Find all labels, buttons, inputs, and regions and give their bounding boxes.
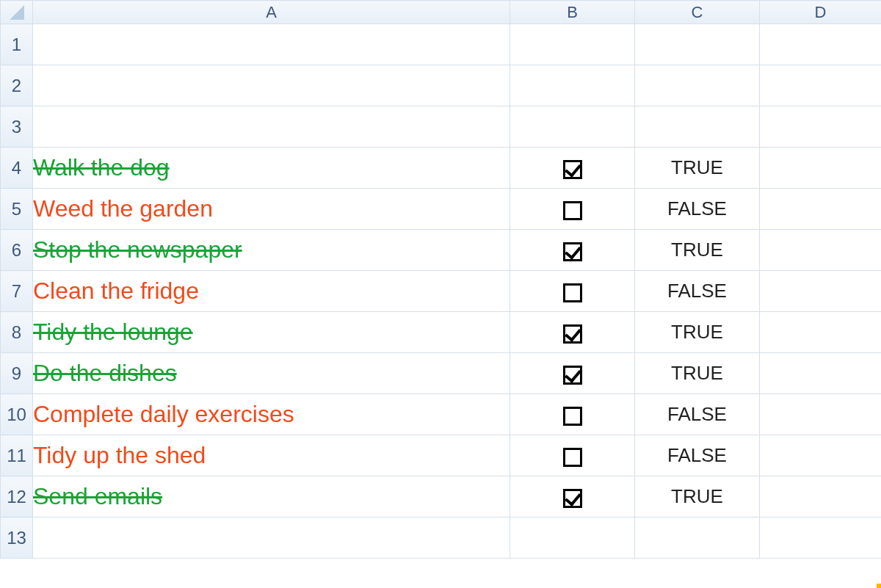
cell-A1[interactable] (33, 24, 510, 65)
task-checkbox[interactable] (563, 283, 582, 302)
row-header-3[interactable]: 3 (1, 106, 33, 148)
cell-D1[interactable] (760, 24, 882, 65)
svg-marker-0 (10, 5, 24, 20)
cell-C12[interactable]: TRUE (635, 476, 760, 518)
cell-B7[interactable] (510, 271, 635, 312)
row-10: 10Complete daily exercisesFALSE (1, 394, 882, 435)
cell-D13[interactable] (760, 518, 882, 559)
row-3: 3 (1, 106, 882, 148)
cell-C6[interactable]: TRUE (635, 230, 760, 271)
spreadsheet-grid[interactable]: ABCD1234Walk the dogTRUE5Weed the garden… (0, 0, 881, 559)
cell-B5[interactable] (510, 189, 635, 230)
cell-D5[interactable] (760, 189, 882, 230)
row-header-8[interactable]: 8 (1, 312, 33, 353)
linked-cell-value: FALSE (667, 403, 727, 425)
cell-A9[interactable]: Do the dishes (33, 353, 510, 394)
task-checkbox[interactable] (563, 407, 582, 426)
cell-D2[interactable] (760, 65, 882, 106)
row-header-4[interactable]: 4 (1, 148, 33, 189)
linked-cell-value: FALSE (667, 280, 727, 302)
cell-A12[interactable]: Send emails (33, 476, 510, 518)
cell-B11[interactable] (510, 435, 635, 476)
cell-C5[interactable]: FALSE (635, 189, 760, 230)
row-header-11[interactable]: 11 (1, 435, 33, 476)
task-checkbox[interactable] (563, 366, 582, 385)
cell-D3[interactable] (760, 106, 882, 148)
row-header-6[interactable]: 6 (1, 230, 33, 271)
row-header-12[interactable]: 12 (1, 476, 33, 518)
cell-A8[interactable]: Tidy the lounge (33, 312, 510, 353)
cell-C10[interactable]: FALSE (635, 394, 760, 435)
linked-cell-value: TRUE (671, 485, 723, 507)
row-header-7[interactable]: 7 (1, 271, 33, 312)
cell-D6[interactable] (760, 230, 882, 271)
cell-C4[interactable]: TRUE (635, 148, 760, 189)
cell-D9[interactable] (760, 353, 882, 394)
task-checkbox[interactable] (563, 201, 582, 220)
cell-A5[interactable]: Weed the garden (33, 189, 510, 230)
cell-A4[interactable]: Walk the dog (33, 148, 510, 189)
row-2: 2 (1, 65, 882, 106)
task-checkbox[interactable] (563, 324, 582, 344)
cell-B1[interactable] (510, 24, 635, 65)
row-6: 6Stop the newspaperTRUE (1, 230, 882, 271)
task-text: Tidy the lounge (33, 319, 193, 345)
task-checkbox[interactable] (563, 489, 582, 508)
column-header-A[interactable]: A (33, 1, 510, 24)
cell-B9[interactable] (510, 353, 635, 394)
row-header-13[interactable]: 13 (1, 518, 33, 559)
cell-C7[interactable]: FALSE (635, 271, 760, 312)
cell-A10[interactable]: Complete daily exercises (33, 394, 510, 435)
row-12: 12Send emailsTRUE (1, 476, 882, 518)
cell-D4[interactable] (760, 148, 882, 189)
column-header-B[interactable]: B (510, 1, 635, 24)
task-text: Clean the fridge (33, 277, 199, 304)
task-text: Stop the newspaper (33, 236, 242, 263)
cell-C9[interactable]: TRUE (635, 353, 760, 394)
column-header-D[interactable]: D (760, 1, 882, 24)
cell-D11[interactable] (760, 435, 882, 476)
row-header-5[interactable]: 5 (1, 189, 33, 230)
cell-B13[interactable] (510, 518, 635, 559)
row-header-2[interactable]: 2 (1, 65, 33, 106)
cell-B4[interactable] (510, 148, 635, 189)
select-all-corner[interactable] (1, 1, 33, 24)
task-text: Tidy up the shed (33, 442, 206, 468)
cell-B6[interactable] (510, 230, 635, 271)
row-header-9[interactable]: 9 (1, 353, 33, 394)
cell-B10[interactable] (510, 394, 635, 435)
task-checkbox[interactable] (563, 448, 582, 467)
cell-C2[interactable] (635, 65, 760, 106)
cell-C1[interactable] (635, 24, 760, 65)
linked-cell-value: TRUE (671, 362, 723, 384)
linked-cell-value: TRUE (671, 239, 723, 261)
cell-C13[interactable] (635, 518, 760, 559)
cell-D10[interactable] (760, 394, 882, 435)
row-header-10[interactable]: 10 (1, 394, 33, 435)
task-checkbox[interactable] (563, 160, 582, 179)
cell-B3[interactable] (510, 106, 635, 148)
row-8: 8Tidy the loungeTRUE (1, 312, 882, 353)
cell-D7[interactable] (760, 271, 882, 312)
row-5: 5Weed the gardenFALSE (1, 189, 882, 230)
linked-cell-value: FALSE (667, 444, 727, 466)
cell-C8[interactable]: TRUE (635, 312, 760, 353)
row-header-1[interactable]: 1 (1, 24, 33, 65)
cell-B12[interactable] (510, 476, 635, 518)
cell-C11[interactable]: FALSE (635, 435, 760, 476)
task-text: Send emails (33, 483, 162, 509)
cell-A11[interactable]: Tidy up the shed (33, 435, 510, 476)
cell-D8[interactable] (760, 312, 882, 353)
column-header-C[interactable]: C (635, 1, 760, 24)
cell-A2[interactable] (33, 65, 510, 106)
row-13: 13 (1, 518, 882, 559)
cell-A13[interactable] (33, 518, 510, 559)
cell-B8[interactable] (510, 312, 635, 353)
cell-A3[interactable] (33, 106, 510, 148)
cell-B2[interactable] (510, 65, 635, 106)
cell-D12[interactable] (760, 476, 882, 518)
cell-A6[interactable]: Stop the newspaper (33, 230, 510, 271)
task-checkbox[interactable] (563, 242, 582, 261)
cell-A7[interactable]: Clean the fridge (33, 271, 510, 312)
cell-C3[interactable] (635, 106, 760, 148)
